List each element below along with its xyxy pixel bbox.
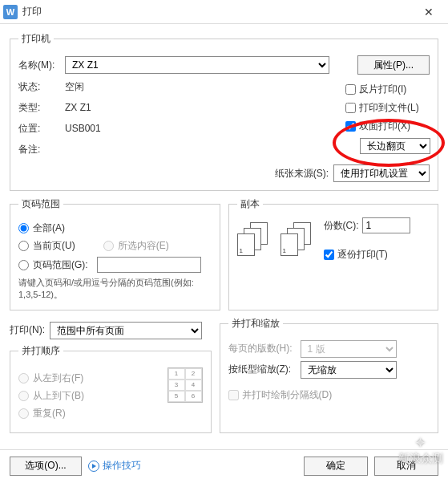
collate-preview-b: 3 2 1 bbox=[281, 222, 317, 259]
order-lr-row: 从左到右(F) bbox=[18, 371, 159, 385]
titlebar: W 打印 ✕ bbox=[0, 0, 448, 24]
scale-select[interactable]: 无缩放 bbox=[301, 361, 397, 379]
duplex-row[interactable]: 双面打印(X) bbox=[345, 120, 430, 133]
range-pages-radio[interactable] bbox=[18, 260, 29, 270]
range-all-row[interactable]: 全部(A) bbox=[18, 221, 212, 235]
divider-row: 并打时绘制分隔线(D) bbox=[228, 388, 430, 402]
reverse-print-row[interactable]: 反片打印(I) bbox=[345, 83, 430, 96]
order-repeat-row: 重复(R) bbox=[18, 407, 159, 420]
order-lr-radio bbox=[18, 373, 29, 384]
range-pages-row[interactable]: 页码范围(G): bbox=[18, 257, 212, 273]
app-icon: W bbox=[3, 5, 18, 19]
print-to-file-row[interactable]: 打印到文件(L) bbox=[345, 101, 430, 115]
collate-checkbox[interactable] bbox=[324, 250, 334, 260]
cancel-button[interactable]: 取消 bbox=[374, 457, 438, 476]
page-range-group: 页码范围 全部(A) 当前页(U) 所选内容(E) 页码范围(G): 请键入页码… bbox=[10, 197, 220, 310]
ok-button[interactable]: 确定 bbox=[304, 457, 368, 476]
duplex-checkbox[interactable] bbox=[345, 121, 356, 132]
copies-legend: 副本 bbox=[237, 197, 263, 211]
order-tb-radio bbox=[18, 391, 29, 401]
options-button[interactable]: 选项(O)... bbox=[10, 457, 82, 476]
scale-label: 按纸型缩放(Z): bbox=[228, 363, 301, 376]
range-current-row[interactable]: 当前页(U) bbox=[18, 239, 75, 253]
tips-link[interactable]: 操作技巧 bbox=[88, 459, 141, 473]
range-legend: 页码范围 bbox=[18, 197, 63, 211]
range-selection-row: 所选内容(E) bbox=[103, 239, 169, 253]
order-legend: 并打顺序 bbox=[18, 344, 63, 358]
order-group: 并打顺序 从左到右(F) 从上到下(B) 重复(R) 12 34 56 bbox=[10, 344, 212, 433]
range-pages-input[interactable] bbox=[97, 257, 201, 273]
copies-group: 副本 3 2 1 3 2 1 份数(C): 逐份打印(T) bbox=[228, 197, 439, 310]
order-repeat-radio bbox=[18, 408, 29, 419]
print-what-select[interactable]: 范围中所有页面 bbox=[50, 322, 202, 339]
type-value: ZX Z1 bbox=[65, 102, 91, 113]
duplex-mode-select[interactable]: 长边翻页 bbox=[360, 138, 430, 154]
per-sheet-select: 1 版 bbox=[301, 340, 397, 358]
type-label: 类型: bbox=[18, 101, 65, 115]
paper-source-select[interactable]: 使用打印机设置 bbox=[333, 164, 430, 182]
play-icon bbox=[88, 461, 99, 472]
range-hint: 请键入页码和/或用逗号分隔的页码范围(例如: 1,3,5-12)。 bbox=[18, 277, 212, 302]
properties-button[interactable]: 属性(P)... bbox=[357, 55, 430, 75]
scale-legend: 并打和缩放 bbox=[228, 317, 283, 331]
window-title: 打印 bbox=[22, 5, 413, 18]
divider-checkbox bbox=[228, 390, 239, 400]
dialog-body: 打印机 名称(M): ZX Z1 属性(P)... 状态:空闲 类型:ZX Z1… bbox=[0, 24, 448, 448]
printer-group: 打印机 名称(M): ZX Z1 属性(P)... 状态:空闲 类型:ZX Z1… bbox=[10, 32, 438, 191]
status-value: 空闲 bbox=[65, 80, 84, 94]
collate-preview-a: 3 2 1 bbox=[237, 222, 274, 259]
per-sheet-label: 每页的版数(H): bbox=[228, 342, 301, 355]
print-options-column: 反片打印(I) 打印到文件(L) 双面打印(X) 长边翻页 bbox=[345, 78, 430, 154]
where-value: USB001 bbox=[65, 123, 101, 134]
order-preview: 12 34 56 bbox=[167, 367, 203, 403]
close-button[interactable]: ✕ bbox=[413, 1, 445, 23]
order-tb-row: 从上到下(B) bbox=[18, 389, 159, 403]
paper-source-label: 纸张来源(S): bbox=[275, 167, 329, 181]
name-label: 名称(M): bbox=[18, 59, 65, 72]
to-file-checkbox[interactable] bbox=[345, 103, 356, 113]
printer-legend: 打印机 bbox=[18, 32, 54, 46]
footer: 选项(O)... 操作技巧 确定 取消 bbox=[0, 452, 448, 481]
status-label: 状态: bbox=[18, 80, 65, 94]
copies-count-input[interactable] bbox=[362, 217, 410, 233]
range-all-radio[interactable] bbox=[18, 223, 29, 233]
range-current-radio[interactable] bbox=[18, 241, 29, 251]
printer-name-select[interactable]: ZX Z1 bbox=[65, 56, 329, 74]
collate-row[interactable]: 逐份打印(T) bbox=[324, 248, 430, 262]
print-what-label: 打印(N): bbox=[10, 323, 45, 337]
comment-label: 备注: bbox=[18, 143, 65, 156]
where-label: 位置: bbox=[18, 122, 65, 136]
scale-group: 并打和缩放 每页的版数(H): 1 版 按纸型缩放(Z): 无缩放 并打时绘制分… bbox=[220, 317, 439, 433]
reverse-checkbox[interactable] bbox=[345, 84, 356, 95]
range-selection-radio bbox=[103, 241, 114, 251]
copies-count-label: 份数(C): bbox=[324, 219, 359, 233]
